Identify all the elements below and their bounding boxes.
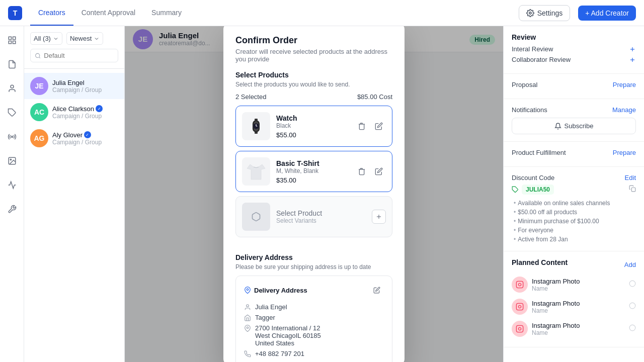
sort-button[interactable]: Newest [66,32,103,45]
sidebar-icon-tag[interactable] [4,105,20,121]
discount-rule: Active from 28 Jan [514,235,636,244]
select-product-card[interactable]: Select Product Select Variants [235,196,392,237]
product-fulfillment-action[interactable]: Prepare [613,149,636,156]
product-image-tshirt [242,157,270,186]
address-title: Delivery Address [244,287,307,294]
discount-code-label: Discount Code [512,174,554,182]
creator-item-aly[interactable]: AG Aly Glover Campaign / Group [24,125,124,151]
package-icon [251,212,261,222]
sidebar-icon-user[interactable] [4,80,20,97]
delete-product-button[interactable] [355,119,369,133]
svg-rect-18 [255,132,258,134]
review-title: Review [512,33,636,41]
svg-rect-36 [516,325,523,332]
discount-code-display: JULIA50 [512,185,636,195]
product-card-watch: Watch Black $55.00 [235,106,392,147]
notifications-section: Notifications Manage Subscribe [504,99,644,142]
building-icon [244,314,251,321]
product-variant: Black [276,122,349,129]
planned-icon [512,299,528,315]
collaborator-review-add[interactable] [629,56,636,63]
copy-code-button[interactable] [629,185,636,194]
edit-product-button[interactable] [372,119,386,133]
notifications-action[interactable]: Manage [612,106,636,114]
svg-point-35 [629,303,635,309]
creator-name: Alice Clarkson [52,105,118,113]
product-details-tshirt: Basic T-Shirt M, White, Blank $35.00 [276,159,349,184]
product-details-watch: Watch Black $55.00 [276,114,349,139]
planned-item-toggle[interactable] [629,280,636,289]
notifications-label: Notifications [512,106,547,114]
internal-review-label: Interal Review [512,45,553,53]
delete-product-button[interactable] [355,164,369,178]
tab-summary[interactable]: Summary [143,0,190,26]
discount-rule: $50.00 off all products [514,208,636,217]
creator-info: Aly Glover Campaign / Group [52,131,118,146]
chevron-down-icon [94,36,100,42]
discount-code-edit[interactable]: Edit [625,174,636,182]
planned-icon [512,277,528,293]
tab-content-approval[interactable]: Content Approval [73,0,143,26]
proposal-action[interactable]: Prepare [613,81,636,88]
planned-content-header-row: Planned Content Add [512,258,636,270]
svg-point-21 [247,289,249,291]
trash-icon [358,122,366,130]
search-box[interactable] [30,49,118,62]
sidebar-icon-chart[interactable] [4,177,20,193]
collaborator-review-label: Collaborator Review [512,56,571,63]
tab-creators[interactable]: Creators [30,0,73,26]
creator-item-julia[interactable]: JE Julia Engel Campaign / Group [24,73,124,99]
planned-info: Instagram Photo Name [532,322,625,336]
svg-rect-29 [631,188,635,192]
person-icon [244,304,251,311]
select-product-placeholder [242,203,270,231]
planned-item: Instagram Photo Name [512,274,636,296]
sidebar-icon-radio[interactable] [4,129,20,145]
discount-rules-list: Available on online sales channels $50.0… [512,199,636,244]
svg-rect-33 [516,303,523,310]
edit-address-button[interactable] [370,283,384,297]
settings-button[interactable]: Settings [519,5,571,21]
all-filter-button[interactable]: All (3) [30,32,62,45]
sidebar-icon-image[interactable] [4,153,20,169]
subscribe-button[interactable]: Subscribe [512,118,636,134]
edit-product-button[interactable] [372,164,386,178]
planned-info: Instagram Photo Name [532,300,625,314]
planned-item-toggle[interactable] [629,324,636,333]
circle-icon [629,280,636,287]
edit-icon [373,287,380,294]
product-actions [355,119,386,133]
product-price: $55.00 [276,131,349,139]
product-price: $35.00 [276,176,349,184]
creator-sub: Campaign / Group [52,139,118,146]
planned-info: Instagram Photo Name [532,278,625,292]
plus-icon [629,46,636,53]
sidebar-icon-page[interactable] [4,56,20,72]
address-name-row: Julia Engel [244,303,384,311]
svg-point-10 [36,53,40,57]
internal-review-add[interactable] [629,46,636,53]
add-product-button[interactable] [372,210,386,224]
svg-point-5 [11,85,14,88]
creator-item-alice[interactable]: AC Alice Clarkson Campaign / Group [24,99,124,125]
product-fulfillment-row: Product Fulfillment Prepare [512,149,636,156]
delivery-address-sub: Please be sure your shipping address is … [235,263,392,270]
product-card-tshirt: Basic T-Shirt M, White, Blank $35.00 [235,151,392,192]
search-input[interactable] [44,52,114,59]
planned-sub: Name [532,329,625,336]
main-layout: All (3) Newest JE Julia Engel Campaign /… [0,26,644,362]
discount-rule: For everyone [514,226,636,235]
planned-title: Instagram Photo [532,278,625,285]
icon-sidebar [0,26,24,362]
select-products-title: Select Products [235,71,392,79]
planned-item: Instagram Photo Name [512,296,636,318]
sidebar-icon-grid[interactable] [4,32,20,48]
planned-content-add[interactable]: Add [624,261,636,268]
gear-icon [526,9,534,17]
add-creator-button[interactable]: + Add Creator [578,6,636,21]
sidebar-icon-tools[interactable] [4,201,20,217]
planned-item-toggle[interactable] [629,302,636,311]
watch-icon [246,116,266,136]
confirm-order-modal: Confirm Order Creator will receive selec… [223,26,405,362]
address-card: Delivery Address Julia Engel [235,276,392,362]
